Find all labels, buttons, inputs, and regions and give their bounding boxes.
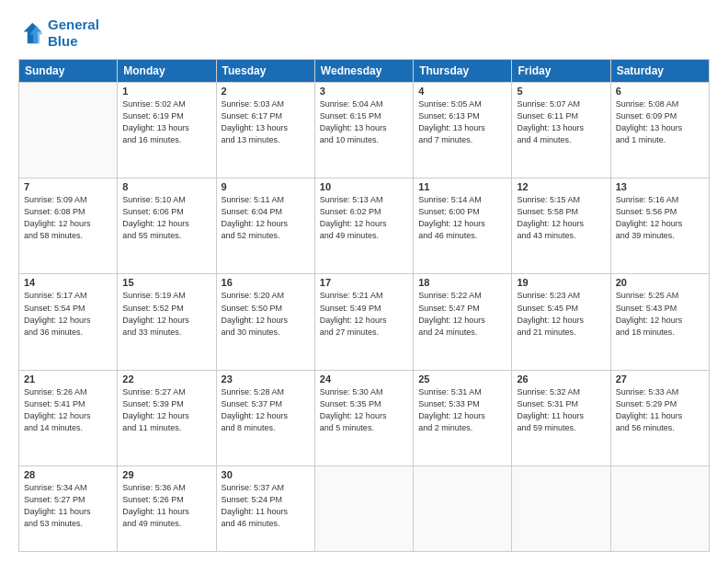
day-number: 23: [222, 373, 310, 385]
day-number: 7: [24, 181, 112, 192]
calendar-cell: 21Sunrise: 5:26 AM Sunset: 5:41 PM Dayli…: [19, 370, 118, 465]
week-row: 28Sunrise: 5:34 AM Sunset: 5:27 PM Dayli…: [19, 465, 710, 551]
day-number: 13: [616, 181, 704, 192]
calendar-cell: 15Sunrise: 5:19 AM Sunset: 5:52 PM Dayli…: [118, 274, 216, 370]
day-info: Sunrise: 5:19 AM Sunset: 5:52 PM Dayligh…: [122, 290, 210, 338]
calendar-cell: 7Sunrise: 5:09 AM Sunset: 6:08 PM Daylig…: [19, 178, 118, 274]
day-number: 29: [122, 469, 210, 480]
day-info: Sunrise: 5:20 AM Sunset: 5:50 PM Dayligh…: [222, 290, 310, 338]
weekday-header-row: SundayMondayTuesdayWednesdayThursdayFrid…: [19, 60, 710, 83]
day-number: 22: [122, 373, 210, 385]
week-row: 14Sunrise: 5:17 AM Sunset: 5:54 PM Dayli…: [19, 274, 710, 370]
calendar-cell: 8Sunrise: 5:10 AM Sunset: 6:06 PM Daylig…: [118, 178, 216, 274]
weekday-header: Saturday: [610, 60, 709, 83]
day-number: 4: [418, 86, 506, 97]
week-row: 21Sunrise: 5:26 AM Sunset: 5:41 PM Dayli…: [19, 370, 710, 465]
calendar-cell: 27Sunrise: 5:33 AM Sunset: 5:29 PM Dayli…: [610, 370, 709, 465]
calendar-cell: 3Sunrise: 5:04 AM Sunset: 6:15 PM Daylig…: [314, 83, 413, 178]
calendar-cell: 18Sunrise: 5:22 AM Sunset: 5:47 PM Dayli…: [414, 274, 512, 370]
day-number: 14: [24, 277, 112, 288]
day-number: 30: [222, 469, 310, 480]
day-info: Sunrise: 5:05 AM Sunset: 6:13 PM Dayligh…: [418, 98, 506, 146]
day-number: 2: [222, 86, 310, 97]
calendar-cell: 22Sunrise: 5:27 AM Sunset: 5:39 PM Dayli…: [118, 370, 216, 465]
day-info: Sunrise: 5:36 AM Sunset: 5:26 PM Dayligh…: [122, 482, 210, 530]
calendar-cell: 29Sunrise: 5:36 AM Sunset: 5:26 PM Dayli…: [118, 465, 216, 551]
calendar-cell: 5Sunrise: 5:07 AM Sunset: 6:11 PM Daylig…: [512, 83, 610, 178]
header: General Blue: [18, 17, 710, 50]
calendar-cell: 24Sunrise: 5:30 AM Sunset: 5:35 PM Dayli…: [314, 370, 413, 465]
calendar-cell: 19Sunrise: 5:23 AM Sunset: 5:45 PM Dayli…: [512, 274, 610, 370]
day-number: 3: [320, 86, 408, 97]
day-number: 6: [616, 86, 704, 97]
day-info: Sunrise: 5:25 AM Sunset: 5:43 PM Dayligh…: [616, 290, 704, 338]
day-info: Sunrise: 5:28 AM Sunset: 5:37 PM Dayligh…: [222, 386, 310, 434]
day-number: 11: [418, 181, 506, 192]
day-number: 9: [222, 181, 310, 192]
calendar-cell: 6Sunrise: 5:08 AM Sunset: 6:09 PM Daylig…: [610, 83, 709, 178]
calendar-cell: 4Sunrise: 5:05 AM Sunset: 6:13 PM Daylig…: [414, 83, 512, 178]
weekday-header: Wednesday: [314, 60, 413, 83]
logo-icon: [18, 20, 44, 46]
day-info: Sunrise: 5:09 AM Sunset: 6:08 PM Dayligh…: [24, 194, 112, 242]
calendar-cell: 11Sunrise: 5:14 AM Sunset: 6:00 PM Dayli…: [414, 178, 512, 274]
weekday-header: Monday: [118, 60, 216, 83]
day-info: Sunrise: 5:03 AM Sunset: 6:17 PM Dayligh…: [222, 98, 310, 146]
calendar-cell: [314, 465, 413, 551]
day-number: 1: [122, 86, 210, 97]
day-number: 28: [24, 469, 112, 480]
weekday-header: Sunday: [19, 60, 118, 83]
day-number: 8: [122, 181, 210, 192]
day-number: 20: [616, 277, 704, 288]
calendar-cell: 26Sunrise: 5:32 AM Sunset: 5:31 PM Dayli…: [512, 370, 610, 465]
day-number: 27: [616, 373, 704, 385]
day-number: 15: [122, 277, 210, 288]
weekday-header: Friday: [512, 60, 610, 83]
calendar-cell: [414, 465, 512, 551]
calendar-cell: [512, 465, 610, 551]
day-info: Sunrise: 5:31 AM Sunset: 5:33 PM Dayligh…: [418, 386, 506, 434]
logo: General Blue: [18, 17, 99, 50]
day-info: Sunrise: 5:10 AM Sunset: 6:06 PM Dayligh…: [122, 194, 210, 242]
calendar-cell: 2Sunrise: 5:03 AM Sunset: 6:17 PM Daylig…: [216, 83, 314, 178]
day-info: Sunrise: 5:37 AM Sunset: 5:24 PM Dayligh…: [222, 482, 310, 530]
day-info: Sunrise: 5:22 AM Sunset: 5:47 PM Dayligh…: [418, 290, 506, 338]
day-info: Sunrise: 5:33 AM Sunset: 5:29 PM Dayligh…: [616, 386, 704, 434]
calendar-cell: 12Sunrise: 5:15 AM Sunset: 5:58 PM Dayli…: [512, 178, 610, 274]
calendar-cell: 30Sunrise: 5:37 AM Sunset: 5:24 PM Dayli…: [216, 465, 314, 551]
day-info: Sunrise: 5:08 AM Sunset: 6:09 PM Dayligh…: [616, 98, 704, 146]
day-info: Sunrise: 5:27 AM Sunset: 5:39 PM Dayligh…: [122, 386, 210, 434]
calendar-cell: 9Sunrise: 5:11 AM Sunset: 6:04 PM Daylig…: [216, 178, 314, 274]
weekday-header: Tuesday: [216, 60, 314, 83]
day-info: Sunrise: 5:23 AM Sunset: 5:45 PM Dayligh…: [517, 290, 605, 338]
day-info: Sunrise: 5:02 AM Sunset: 6:19 PM Dayligh…: [122, 98, 210, 146]
calendar: SundayMondayTuesdayWednesdayThursdayFrid…: [18, 59, 710, 552]
page: General Blue SundayMondayTuesdayWednesda…: [0, 0, 728, 563]
day-info: Sunrise: 5:17 AM Sunset: 5:54 PM Dayligh…: [24, 290, 112, 338]
logo-name: General Blue: [48, 17, 99, 50]
day-info: Sunrise: 5:14 AM Sunset: 6:00 PM Dayligh…: [418, 194, 506, 242]
day-number: 18: [418, 277, 506, 288]
day-info: Sunrise: 5:07 AM Sunset: 6:11 PM Dayligh…: [517, 98, 605, 146]
calendar-cell: 1Sunrise: 5:02 AM Sunset: 6:19 PM Daylig…: [118, 83, 216, 178]
day-info: Sunrise: 5:26 AM Sunset: 5:41 PM Dayligh…: [24, 386, 112, 434]
day-number: 24: [320, 373, 408, 385]
calendar-cell: 23Sunrise: 5:28 AM Sunset: 5:37 PM Dayli…: [216, 370, 314, 465]
day-number: 16: [222, 277, 310, 288]
day-info: Sunrise: 5:21 AM Sunset: 5:49 PM Dayligh…: [320, 290, 408, 338]
weekday-header: Thursday: [414, 60, 512, 83]
calendar-cell: 10Sunrise: 5:13 AM Sunset: 6:02 PM Dayli…: [314, 178, 413, 274]
calendar-cell: 28Sunrise: 5:34 AM Sunset: 5:27 PM Dayli…: [19, 465, 118, 551]
day-info: Sunrise: 5:34 AM Sunset: 5:27 PM Dayligh…: [24, 482, 112, 530]
day-number: 10: [320, 181, 408, 192]
calendar-cell: [610, 465, 709, 551]
calendar-cell: 14Sunrise: 5:17 AM Sunset: 5:54 PM Dayli…: [19, 274, 118, 370]
day-info: Sunrise: 5:32 AM Sunset: 5:31 PM Dayligh…: [517, 386, 605, 434]
day-info: Sunrise: 5:04 AM Sunset: 6:15 PM Dayligh…: [320, 98, 408, 146]
day-number: 26: [517, 373, 605, 385]
calendar-cell: 16Sunrise: 5:20 AM Sunset: 5:50 PM Dayli…: [216, 274, 314, 370]
day-info: Sunrise: 5:15 AM Sunset: 5:58 PM Dayligh…: [517, 194, 605, 242]
day-number: 21: [24, 373, 112, 385]
calendar-cell: 20Sunrise: 5:25 AM Sunset: 5:43 PM Dayli…: [610, 274, 709, 370]
day-number: 12: [517, 181, 605, 192]
